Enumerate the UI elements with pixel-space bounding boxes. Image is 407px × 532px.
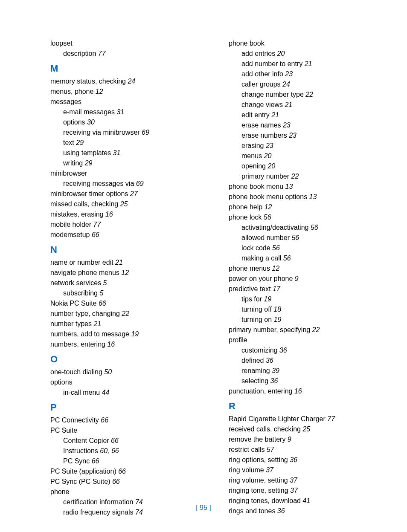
index-page-ref[interactable]: 66 (118, 468, 126, 475)
index-term: predictive text (229, 285, 271, 292)
index-page-ref[interactable]: 77 (93, 221, 101, 228)
index-page-ref[interactable]: 37 (266, 466, 273, 474)
index-page-ref[interactable]: 66 (101, 416, 108, 424)
index-page-ref[interactable]: 31 (116, 108, 124, 116)
index-page-ref[interactable]: 12 (96, 88, 103, 95)
index-page-ref[interactable]: 25 (302, 425, 310, 433)
index-page-ref[interactable]: 24 (128, 78, 135, 85)
index-page-ref[interactable]: 77 (327, 415, 335, 422)
index-page-ref[interactable]: 19 (131, 330, 139, 338)
index-entry: phone book menu 13 (229, 182, 381, 192)
index-page-ref[interactable]: 36 (266, 357, 273, 364)
index-page-ref[interactable]: 21 (271, 111, 279, 119)
index-page: loopsetdescription 77Mmemory status, che… (0, 0, 407, 518)
index-page-ref[interactable]: 13 (285, 183, 293, 190)
index-page-ref[interactable]: 16 (105, 211, 113, 218)
index-page-ref[interactable]: 23 (266, 142, 273, 149)
index-term: restrict calls (229, 446, 265, 453)
index-subentry: caller groups 24 (229, 79, 381, 90)
index-term: phone menus (229, 265, 270, 272)
index-entry: ring volume, setting 37 (229, 475, 381, 486)
index-page-ref[interactable]: 16 (294, 387, 302, 395)
index-page-ref[interactable]: 23 (289, 132, 297, 139)
index-page-ref[interactable]: 56 (311, 224, 318, 231)
index-page-ref[interactable]: 41 (302, 497, 310, 504)
index-page-ref[interactable]: 66 (92, 457, 99, 465)
index-page-ref[interactable]: 21 (93, 320, 101, 327)
index-page-ref[interactable]: 5 (103, 279, 107, 286)
index-page-ref[interactable]: 19 (274, 316, 282, 323)
index-page-ref[interactable]: 66 (99, 300, 106, 307)
index-page-ref[interactable]: 37 (290, 487, 298, 494)
index-page-ref[interactable]: 23 (285, 70, 293, 78)
index-page-ref[interactable]: 22 (305, 91, 313, 98)
index-page-ref[interactable]: 25 (120, 200, 128, 208)
index-page-ref[interactable]: 57 (267, 446, 274, 453)
index-page-ref[interactable]: 29 (76, 139, 84, 146)
index-page-ref[interactable]: 5 (99, 289, 103, 297)
index-page-ref[interactable]: 66 (92, 231, 99, 238)
index-page-ref[interactable]: 20 (267, 162, 275, 170)
index-page-ref[interactable]: 69 (136, 180, 144, 187)
index-page-ref[interactable]: 20 (264, 152, 271, 159)
index-page-ref[interactable]: 50 (104, 368, 112, 376)
index-page-ref[interactable]: 30 (87, 119, 95, 126)
index-page-ref[interactable]: 36 (279, 347, 287, 354)
index-page-ref[interactable]: 20 (277, 50, 285, 57)
index-page-ref[interactable]: 12 (265, 203, 272, 211)
index-page-ref[interactable]: 22 (312, 326, 320, 333)
index-term: phone help (229, 203, 262, 211)
index-term: edit entry (241, 111, 270, 119)
index-term: Instructions (63, 447, 98, 454)
index-page-ref[interactable]: 22 (122, 310, 129, 317)
index-term: PC Suite (50, 427, 77, 434)
index-page-ref[interactable]: 36 (290, 456, 297, 463)
index-page-ref[interactable]: 17 (273, 285, 280, 292)
index-term: numbers, entering (50, 341, 105, 348)
index-page-ref[interactable]: 66 (111, 437, 119, 444)
index-page-ref[interactable]: 37 (290, 477, 297, 484)
index-page-ref[interactable]: 12 (272, 265, 279, 272)
index-page-ref[interactable]: 56 (264, 214, 271, 221)
index-page-ref[interactable]: 9 (288, 436, 291, 443)
index-page-ref[interactable]: 9 (295, 275, 299, 282)
index-term: mobile holder (50, 221, 91, 228)
index-page-ref[interactable]: 39 (272, 367, 279, 374)
index-page-ref[interactable]: 13 (309, 193, 317, 200)
index-page-ref[interactable]: 12 (121, 269, 129, 276)
index-entry: messages (50, 97, 203, 107)
index-page-ref[interactable]: 77 (98, 50, 106, 57)
index-page-ref[interactable]: 56 (283, 254, 291, 262)
index-page-ref[interactable]: 56 (272, 244, 280, 252)
index-entry: missed calls, checking 25 (50, 199, 203, 209)
index-page-ref[interactable]: 60, 66 (100, 447, 119, 454)
index-subentry: edit entry 21 (229, 110, 381, 120)
index-page-ref[interactable]: 21 (305, 60, 312, 67)
index-page-ref[interactable]: 24 (282, 81, 290, 88)
index-page-ref[interactable]: 31 (113, 149, 121, 156)
index-page-ref[interactable]: 29 (85, 159, 93, 167)
index-page-ref[interactable]: 23 (283, 121, 291, 129)
index-page-ref[interactable]: 21 (285, 101, 292, 108)
index-page-ref[interactable]: 27 (130, 190, 138, 197)
index-term: ring volume (229, 466, 264, 474)
index-term: one-touch dialing (50, 368, 102, 376)
index-page-ref[interactable]: 36 (270, 377, 278, 385)
index-term: primary number (241, 173, 289, 180)
index-page-ref[interactable]: 16 (107, 341, 115, 348)
index-page-ref[interactable]: 18 (273, 306, 281, 313)
index-page-ref[interactable]: 66 (112, 478, 120, 485)
index-page-ref[interactable]: 21 (115, 259, 123, 266)
index-page-ref[interactable]: 22 (291, 173, 299, 180)
index-term: renaming (241, 367, 270, 374)
index-term: erase names (241, 121, 281, 129)
index-entry: number types 21 (50, 319, 203, 329)
index-page-ref[interactable]: 44 (102, 389, 110, 396)
index-term: ringing tones, download (229, 497, 301, 504)
index-subentry: selecting 36 (229, 376, 381, 386)
index-page-ref[interactable]: 19 (264, 295, 271, 303)
index-page-ref[interactable]: 69 (142, 129, 149, 136)
index-page-ref[interactable]: 56 (291, 234, 299, 241)
index-entry: PC Sync (PC Suite) 66 (50, 477, 203, 487)
index-term: customizing (241, 347, 277, 354)
